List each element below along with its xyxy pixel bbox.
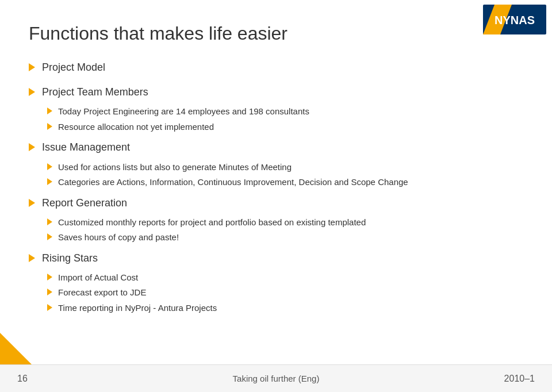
project-team-child-0: Today Project Engineering are 14 employe… xyxy=(58,105,309,118)
arrow-icon xyxy=(47,218,52,225)
arrow-icon xyxy=(29,254,35,262)
list-item: Today Project Engineering are 14 employe… xyxy=(47,105,523,118)
arrow-icon xyxy=(47,163,52,170)
arrow-icon xyxy=(29,143,35,151)
arrow-icon xyxy=(47,304,52,311)
arrow-icon xyxy=(47,274,52,280)
report-generation-label: Report Generation xyxy=(42,196,127,210)
nynas-logo: NYNAS xyxy=(483,5,546,34)
page-number: 16 xyxy=(17,374,28,384)
project-team-label: Project Team Members xyxy=(42,85,148,99)
main-content: Functions that makes life easier Project… xyxy=(0,0,552,364)
section-project-team: Project Team Members xyxy=(29,85,523,99)
slide-title: Functions that makes life easier xyxy=(29,23,523,44)
arrow-icon xyxy=(47,123,52,130)
list-item: Customized monthly reports for project a… xyxy=(47,216,523,229)
arrow-icon xyxy=(47,289,52,295)
list-item: Time reporting in NyProj - Antura Projec… xyxy=(47,302,523,315)
issue-management-label: Issue Management xyxy=(42,140,130,155)
arrow-icon xyxy=(47,178,52,185)
report-generation-child-0: Customized monthly reports for project a… xyxy=(58,216,366,229)
triangle-decoration xyxy=(0,333,32,364)
rising-stars-child-2: Time reporting in NyProj - Antura Projec… xyxy=(58,302,217,315)
arrow-icon xyxy=(47,107,52,114)
rising-stars-label: Rising Stars xyxy=(42,251,98,266)
list-item: Saves hours of copy and paste! xyxy=(47,231,523,244)
project-team-child-1: Resource allocation not yet implemented xyxy=(58,121,214,134)
arrow-icon xyxy=(29,63,35,71)
footer: 16 Taking oil further (Eng) 2010–1 xyxy=(0,364,552,392)
slide: NYNAS Functions that makes life easier P… xyxy=(0,0,552,392)
footer-center-text: Taking oil further (Eng) xyxy=(233,374,320,383)
section-issue-management: Issue Management xyxy=(29,140,523,155)
rising-stars-child-1: Forecast export to JDE xyxy=(58,286,146,299)
section-report-generation: Report Generation xyxy=(29,196,523,210)
list-item: Import of Actual Cost xyxy=(47,271,523,285)
section-project-model: Project Model xyxy=(29,60,523,75)
section-rising-stars: Rising Stars xyxy=(29,251,523,266)
arrow-icon xyxy=(29,199,35,207)
list-item: Categories are Actions, Information, Con… xyxy=(47,176,523,189)
svg-text:NYNAS: NYNAS xyxy=(494,14,535,26)
arrow-icon xyxy=(29,88,35,96)
list-item: Used for actions lists but also to gener… xyxy=(47,161,523,174)
list-item: Forecast export to JDE xyxy=(47,286,523,299)
arrow-icon xyxy=(47,233,52,240)
logo-area: NYNAS xyxy=(483,5,546,36)
project-model-label: Project Model xyxy=(42,60,105,75)
report-generation-child-1: Saves hours of copy and paste! xyxy=(58,231,179,244)
list-item: Resource allocation not yet implemented xyxy=(47,121,523,134)
rising-stars-child-0: Import of Actual Cost xyxy=(58,271,138,285)
issue-management-child-1: Categories are Actions, Information, Con… xyxy=(58,176,408,189)
issue-management-child-0: Used for actions lists but also to gener… xyxy=(58,161,292,174)
footer-right-text: 2010–1 xyxy=(504,374,535,384)
